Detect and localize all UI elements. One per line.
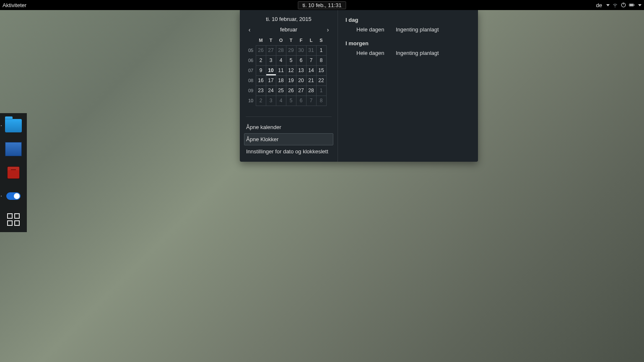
week-number: 07 [246,65,256,75]
agenda-column: I dag Hele dagen Ingenting planlagt I mo… [338,10,478,162]
calendar-links: Åpne kalender Åpne Klokker Innstillinger… [246,116,332,158]
show-applications-button[interactable] [3,209,23,230]
month-label: februar [280,26,297,33]
calendar-day[interactable]: 27 [296,85,306,96]
calendar-day[interactable]: 22 [316,75,327,86]
month-navigator: ‹ februar › [246,26,332,35]
next-month-button[interactable]: › [325,27,331,33]
calendar-day[interactable]: 25 [276,85,286,96]
calendar-day[interactable]: 16 [256,75,266,86]
calendar-day[interactable]: 28 [276,45,286,56]
week-number: 09 [246,85,256,96]
weekday-header: L [306,35,316,45]
svg-rect-4 [634,5,634,5]
calendar-grid: MTOTFLS052627282930311062345678079101112… [246,35,332,106]
battery-icon [629,2,635,8]
calendar-day[interactable]: 30 [296,45,306,56]
calendar-day[interactable]: 21 [306,75,317,86]
prev-month-button[interactable]: ‹ [247,27,252,33]
calendar-day[interactable]: 18 [276,75,286,86]
agenda-today-row: Hele dagen Ingenting planlagt [345,26,470,39]
svg-rect-1 [623,3,623,5]
globe-map-icon [5,142,22,156]
calendar-popover: ti. 10 februar, 2015 ‹ februar › MTOTFLS… [240,10,478,162]
chevron-down-icon [606,4,610,6]
book-icon [8,167,19,178]
calendar-day[interactable]: 2 [256,55,266,66]
calendar-day[interactable]: 26 [286,85,296,96]
calendar-day[interactable]: 23 [256,85,266,96]
weekday-header: M [256,35,266,45]
weekday-header: T [286,35,296,45]
calendar-day[interactable]: 5 [286,55,296,66]
calendar-day[interactable]: 17 [266,75,276,86]
toggle-icon [6,192,21,200]
agenda-allday-label: Hele dagen [356,50,386,56]
activities-button[interactable]: Aktiviteter [3,2,26,8]
week-number: 10 [246,96,256,106]
calendar-day[interactable]: 12 [286,65,296,76]
keyboard-layout-indicator[interactable]: de [596,2,602,8]
agenda-today-title: I dag [345,17,470,23]
calendar-day[interactable]: 13 [296,65,306,76]
dock-app-files[interactable] [3,116,23,136]
calendar-day[interactable]: 8 [316,55,327,66]
app-grid-icon [7,213,20,226]
calendar-day[interactable]: 31 [306,45,317,56]
calendar-day[interactable]: 9 [256,65,266,76]
calendar-day[interactable]: 15 [316,65,327,76]
calendar-day[interactable]: 3 [266,96,276,106]
calendar-day[interactable]: 3 [266,55,276,66]
calendar-day[interactable]: 10 [266,65,276,76]
chevron-down-icon [638,4,641,6]
calendar-day[interactable]: 29 [286,45,296,56]
weekday-header: T [266,35,276,45]
clock-button[interactable]: ti. 10 feb., 11:31 [298,1,346,9]
dock-app-browser[interactable] [3,139,23,159]
calendar-day[interactable]: 1 [316,45,327,56]
svg-rect-3 [630,4,633,6]
weekday-header: S [316,35,326,45]
power-icon [621,2,626,8]
calendar-day[interactable]: 8 [316,96,327,106]
calendar-day[interactable]: 7 [306,55,317,66]
calendar-day[interactable]: 4 [276,96,286,106]
open-clocks-link[interactable]: Åpne Klokker [244,133,333,145]
calendar-day[interactable]: 1 [316,85,327,96]
calendar-day[interactable]: 7 [306,96,317,106]
agenda-tomorrow-row: Hele dagen Ingenting planlagt [345,49,470,62]
week-number: 08 [246,75,256,85]
calendar-day[interactable]: 28 [306,85,317,96]
dock-app-dictionary[interactable] [3,163,23,183]
dash-dock [0,113,27,232]
agenda-empty-label: Ingenting planlagt [396,50,439,56]
top-bar: Aktiviteter ti. 10 feb., 11:31 de [0,0,644,10]
calendar-day[interactable]: 24 [266,85,276,96]
weekday-header: O [276,35,286,45]
calendar-column: ti. 10 februar, 2015 ‹ februar › MTOTFLS… [240,10,338,162]
calendar-day[interactable]: 19 [286,75,296,86]
system-status-area[interactable]: de [596,2,641,8]
wifi-icon [612,2,618,8]
agenda-tomorrow-title: I morgen [345,40,470,47]
calendar-day[interactable]: 14 [306,65,317,76]
current-date-header: ti. 10 februar, 2015 [246,16,332,22]
calendar-day[interactable]: 20 [296,75,306,86]
calendar-day[interactable]: 6 [296,55,306,66]
calendar-day[interactable]: 27 [266,45,276,56]
agenda-empty-label: Ingenting planlagt [396,26,439,33]
date-time-settings-link[interactable]: Innstillinger for dato og klokkeslett [244,145,333,158]
calendar-day[interactable]: 26 [256,45,266,56]
open-calendar-link[interactable]: Åpne kalender [244,121,333,133]
calendar-day[interactable]: 11 [276,65,286,76]
agenda-allday-label: Hele dagen [356,26,386,33]
weekday-header: F [296,35,306,45]
calendar-day[interactable]: 2 [256,96,266,106]
week-number-header [246,35,256,45]
dock-app-settings[interactable] [3,186,23,206]
calendar-day[interactable]: 4 [276,55,286,66]
week-number: 06 [246,55,256,65]
folder-icon [5,119,22,132]
calendar-day[interactable]: 5 [286,96,296,106]
calendar-day[interactable]: 6 [296,96,306,106]
